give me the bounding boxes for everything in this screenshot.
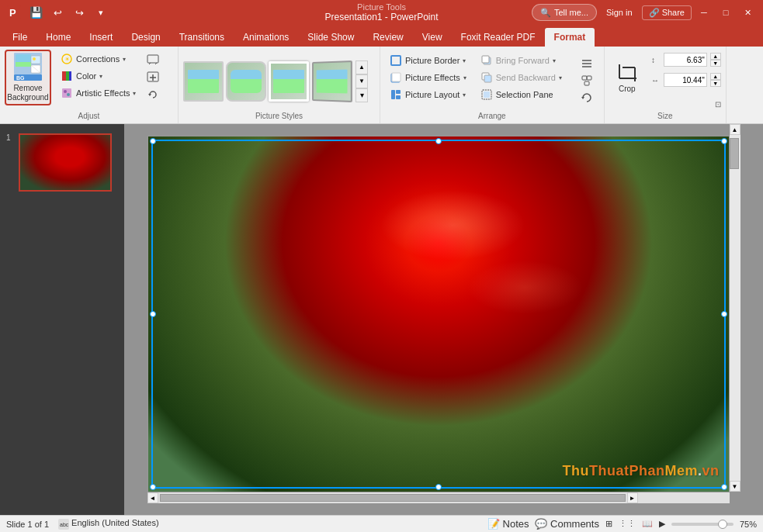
svg-marker-40 <box>581 97 584 99</box>
arrange-group: Picture Border ▾ Picture Effects ▾ Pictu… <box>380 47 605 123</box>
reset-picture-button[interactable] <box>145 87 161 102</box>
picture-layout-button[interactable]: Picture Layout ▾ <box>385 87 471 102</box>
svg-rect-4 <box>16 62 31 67</box>
slide-thumb-container-1[interactable]: 1 <box>3 130 121 195</box>
main-area: 1 <box>0 124 763 515</box>
corrections-button[interactable]: ☀ Corrections ▾ <box>56 51 140 67</box>
tab-design[interactable]: Design <box>122 28 169 47</box>
tab-home[interactable]: Home <box>36 28 80 47</box>
tab-file[interactable]: File <box>3 28 36 47</box>
svg-rect-22 <box>391 56 401 65</box>
view-slide-sorter-button[interactable]: ⋮⋮ <box>619 519 636 529</box>
tab-animations[interactable]: Animations <box>234 28 298 47</box>
group-button[interactable] <box>574 73 599 88</box>
height-up-button[interactable]: ▲ <box>710 53 721 60</box>
slide-canvas: ThuThuatPhanMem.vn <box>147 136 730 492</box>
align-button[interactable] <box>574 56 599 71</box>
save-icon[interactable]: 💾 <box>28 5 43 20</box>
zoom-thumb[interactable] <box>718 520 727 529</box>
styles-expand-arrow[interactable]: ▾ <box>355 88 368 102</box>
tab-format[interactable]: Format <box>545 28 595 47</box>
view-normal-button[interactable]: ⊞ <box>605 519 612 529</box>
rotate-button[interactable] <box>574 90 599 105</box>
window-title: Presentation1 - PowerPoint <box>324 12 438 22</box>
width-row: ↔ ▲ ▼ <box>650 73 721 87</box>
remove-background-label: RemoveBackground <box>7 84 48 102</box>
minimize-button[interactable]: ─ <box>695 3 713 22</box>
styles-up-arrow[interactable]: ▲ <box>355 60 368 74</box>
scroll-left-button[interactable]: ◄ <box>147 492 158 503</box>
change-picture-button[interactable] <box>145 70 161 85</box>
redo-icon[interactable]: ↪ <box>71 5 87 20</box>
rose-image[interactable] <box>148 136 729 492</box>
tab-foxit[interactable]: Foxit Reader PDF <box>452 28 545 47</box>
close-button[interactable]: ✕ <box>738 3 757 22</box>
selection-pane-label: Selection Pane <box>496 90 553 99</box>
tab-view[interactable]: View <box>413 28 452 47</box>
styles-down-arrow[interactable]: ▼ <box>355 74 368 88</box>
bring-forward-button[interactable]: Bring Forward ▾ <box>476 53 567 68</box>
svg-rect-39 <box>584 81 589 85</box>
h-scroll-thumb[interactable] <box>160 494 626 502</box>
powerpoint-icon: P <box>6 5 22 20</box>
v-scroll-thumb[interactable] <box>730 138 739 169</box>
customize-icon[interactable]: ▾ <box>93 5 109 20</box>
corrections-arrow: ▾ <box>123 56 126 63</box>
comments-button[interactable]: 💬 Comments <box>535 518 598 530</box>
tell-me-box[interactable]: 🔍 Tell me... <box>532 4 597 21</box>
bring-forward-arrow: ▾ <box>553 57 556 64</box>
height-down-button[interactable]: ▼ <box>710 60 721 67</box>
width-up-button[interactable]: ▲ <box>710 73 721 80</box>
picture-effects-button[interactable]: Picture Effects ▾ <box>385 70 471 85</box>
tab-slideshow[interactable]: Slide Show <box>298 28 363 47</box>
picture-style-thumb-4[interactable] <box>312 60 352 102</box>
selection-pane-button[interactable]: Selection Pane <box>476 87 567 102</box>
restore-button[interactable]: □ <box>716 3 735 22</box>
picture-layout-label: Picture Layout <box>405 90 460 99</box>
svg-rect-5 <box>31 56 40 64</box>
undo-icon[interactable]: ↩ <box>50 5 65 20</box>
svg-rect-13 <box>62 71 66 81</box>
slide-thumbnail-1[interactable] <box>19 133 112 192</box>
picture-style-thumb-1[interactable] <box>183 61 224 102</box>
svg-rect-33 <box>484 92 490 98</box>
artistic-effects-button[interactable]: Artistic Effects ▾ <box>56 85 140 101</box>
zoom-slider[interactable] <box>671 523 734 526</box>
corrections-icon: ☀ <box>61 53 73 65</box>
crop-button[interactable]: Crop <box>609 50 645 105</box>
height-row: ↕ ▲ ▼ <box>650 53 721 67</box>
sign-in-button[interactable]: Sign in <box>600 6 639 19</box>
send-backward-icon <box>480 71 493 84</box>
view-reading-button[interactable]: 📖 <box>642 519 653 529</box>
share-button[interactable]: 🔗 Share <box>642 5 692 20</box>
slide-panel: 1 <box>0 124 124 515</box>
scroll-right-button[interactable]: ► <box>627 492 638 503</box>
size-expand-button[interactable]: ⊡ <box>715 100 724 109</box>
size-group-label: Size <box>605 112 726 120</box>
svg-text:↕: ↕ <box>651 56 655 64</box>
scroll-up-button[interactable]: ▲ <box>730 124 740 135</box>
tab-review[interactable]: Review <box>363 28 412 47</box>
compress-pictures-button[interactable] <box>145 53 161 68</box>
picture-style-thumb-2[interactable] <box>226 61 266 102</box>
picture-styles-label: Picture Styles <box>179 112 380 120</box>
svg-point-6 <box>33 57 36 60</box>
remove-background-button[interactable]: BG RemoveBackground <box>5 50 51 105</box>
scroll-down-button[interactable]: ▼ <box>730 481 740 492</box>
picture-layout-arrow: ▾ <box>463 92 466 98</box>
picture-style-thumb-3[interactable] <box>269 61 309 102</box>
picture-border-button[interactable]: Picture Border ▾ <box>385 53 471 68</box>
width-down-button[interactable]: ▼ <box>710 80 721 87</box>
tab-transitions[interactable]: Transitions <box>170 28 234 47</box>
svg-text:P: P <box>9 7 16 19</box>
tab-insert[interactable]: Insert <box>80 28 122 47</box>
view-slideshow-button[interactable]: ▶ <box>659 519 665 529</box>
color-label: Color <box>76 71 96 81</box>
height-input[interactable] <box>664 53 707 67</box>
color-button[interactable]: Color ▾ <box>56 68 140 84</box>
send-backward-button[interactable]: Send Backward ▾ <box>476 70 567 85</box>
svg-marker-21 <box>148 94 151 96</box>
width-input[interactable] <box>664 73 707 87</box>
notes-button[interactable]: 📝 Notes <box>487 518 529 530</box>
horizontal-scrollbar: ◄ ► <box>147 492 730 503</box>
